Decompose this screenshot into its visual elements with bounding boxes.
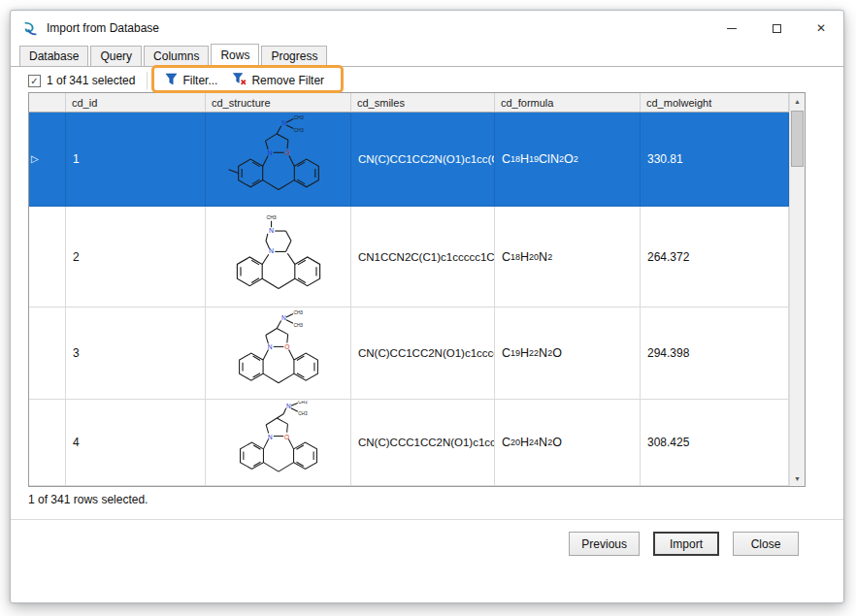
column-header-cd-smiles[interactable]: cd_smiles: [351, 93, 495, 113]
svg-text:CH3: CH3: [298, 411, 308, 416]
svg-text:N: N: [267, 343, 272, 350]
cell-cd-smiles[interactable]: CN1CCN2C(C1)c1ccccc1Cc...: [351, 207, 495, 308]
vertical-scrollbar[interactable]: ▲ ▼: [789, 93, 805, 486]
tab-database[interactable]: Database: [19, 46, 88, 66]
minimize-button[interactable]: [709, 11, 754, 46]
cell-cd-id[interactable]: 4: [66, 400, 206, 486]
column-header-cd-structure[interactable]: cd_structure: [206, 93, 351, 113]
row-selection-marker[interactable]: [29, 207, 66, 308]
cell-cd-id[interactable]: 2: [66, 207, 206, 308]
row-pointer-icon: ▷: [31, 154, 39, 164]
window-title: Import from Database: [47, 21, 159, 35]
check-icon: ✓: [30, 76, 38, 86]
column-header-cd-molweight[interactable]: cd_molweight: [641, 93, 789, 113]
minimize-icon: [727, 28, 737, 29]
table-row[interactable]: 4: [29, 400, 789, 486]
previous-button[interactable]: Previous: [569, 532, 640, 556]
svg-text:N: N: [268, 434, 273, 440]
filter-button[interactable]: Filter...: [157, 70, 225, 91]
cell-cd-smiles[interactable]: CN(C)CCC1CC2N(O1)c1cc...: [351, 400, 495, 486]
cell-cd-smiles[interactable]: CN(C)CC1CC2N(O1)c1cc(C...: [351, 113, 495, 207]
svg-text:N: N: [280, 314, 285, 321]
cell-cd-smiles[interactable]: CN(C)CC1CC2N(O1)c1cccc...: [351, 308, 495, 400]
selection-count-label: 1 of 341 selected: [47, 74, 135, 87]
tab-strip: Database Query Columns Rows Progress: [11, 46, 843, 67]
structure-image[interactable]: NON CH3CH3: [206, 308, 351, 400]
svg-text:N: N: [280, 119, 285, 126]
cell-cd-formula[interactable]: C20H24N2O: [495, 400, 641, 486]
import-from-database-dialog: Import from Database ✕ Database Query Co…: [10, 10, 844, 603]
svg-text:N: N: [269, 226, 274, 233]
table-row[interactable]: 3: [29, 308, 789, 400]
structure-image[interactable]: NN CH3: [206, 207, 351, 308]
remove-filter-button-label: Remove Filter: [251, 74, 324, 87]
scroll-thumb[interactable]: [791, 111, 804, 167]
title-bar: Import from Database ✕: [11, 11, 843, 46]
cell-cd-molweight[interactable]: 308.425: [641, 400, 789, 486]
cell-cd-id[interactable]: 3: [66, 308, 206, 400]
scroll-up-icon: ▲: [794, 98, 801, 105]
close-button[interactable]: ✕: [799, 11, 843, 46]
tab-columns[interactable]: Columns: [144, 46, 209, 66]
status-text: 1 of 341 rows selected.: [28, 493, 148, 506]
svg-text:CH3: CH3: [266, 214, 276, 220]
footer-buttons: Previous Import Close: [569, 532, 799, 556]
column-header-cd-id[interactable]: cd_id: [66, 93, 206, 113]
footer-separator: [11, 519, 843, 520]
toolbar-separator: [147, 72, 148, 89]
svg-text:O: O: [284, 343, 289, 350]
cell-cd-formula[interactable]: C19H22N2O: [495, 308, 641, 400]
maximize-button[interactable]: [754, 11, 799, 46]
svg-text:N: N: [285, 403, 290, 409]
structure-image[interactable]: NON CH3CH3: [206, 400, 351, 486]
filter-button-label: Filter...: [182, 74, 217, 87]
app-icon: [22, 20, 39, 37]
grid-viewport: cd_id cd_structure cd_smiles cd_formula …: [29, 93, 789, 486]
svg-text:N: N: [269, 247, 274, 254]
close-dialog-button[interactable]: Close: [733, 532, 799, 556]
tab-query[interactable]: Query: [90, 46, 142, 66]
cell-cd-formula[interactable]: C18H20N2: [495, 207, 641, 308]
row-selection-marker[interactable]: [29, 400, 66, 486]
remove-filter-icon: [233, 73, 247, 88]
svg-text:N: N: [267, 149, 272, 156]
cell-cd-molweight[interactable]: 294.398: [641, 308, 789, 400]
remove-filter-button[interactable]: Remove Filter: [225, 70, 332, 91]
scroll-down-button[interactable]: ▼: [790, 470, 805, 486]
svg-text:CH3: CH3: [298, 401, 308, 405]
select-all-checkbox[interactable]: ✓: [28, 75, 41, 87]
scroll-down-icon: ▼: [794, 475, 801, 482]
tab-progress[interactable]: Progress: [261, 46, 327, 66]
scroll-up-button[interactable]: ▲: [790, 93, 805, 109]
row-selection-marker[interactable]: [29, 308, 66, 400]
svg-text:CH3: CH3: [293, 128, 303, 133]
cell-cd-molweight[interactable]: 330.81: [641, 113, 789, 207]
column-header-corner: [29, 93, 66, 113]
tab-rows[interactable]: Rows: [211, 44, 259, 67]
cell-cd-molweight[interactable]: 264.372: [641, 207, 789, 308]
svg-text:CH3: CH3: [293, 310, 303, 315]
maximize-icon: [773, 24, 781, 33]
svg-text:CH3: CH3: [293, 115, 303, 120]
filter-icon: [165, 73, 178, 88]
grid-header-row: cd_id cd_structure cd_smiles cd_formula …: [29, 93, 789, 113]
cell-cd-formula[interactable]: C18H19ClN2O2: [495, 113, 641, 207]
structure-image[interactable]: NON CH3CH3: [206, 113, 351, 207]
cell-cd-id[interactable]: 1: [66, 113, 206, 207]
column-header-cd-formula[interactable]: cd_formula: [495, 93, 641, 113]
data-grid: cd_id cd_structure cd_smiles cd_formula …: [28, 92, 806, 487]
table-row[interactable]: ▷ 1: [29, 113, 789, 207]
table-row[interactable]: 2 NN: [29, 207, 789, 308]
svg-text:O: O: [284, 434, 289, 440]
svg-text:CH3: CH3: [293, 323, 303, 328]
svg-text:O: O: [284, 149, 289, 156]
close-icon: ✕: [816, 21, 826, 35]
import-button[interactable]: Import: [653, 532, 719, 556]
row-selection-marker[interactable]: ▷: [29, 113, 66, 207]
rows-toolbar: ✓ 1 of 341 selected Filter... Remove Fil…: [11, 67, 843, 94]
